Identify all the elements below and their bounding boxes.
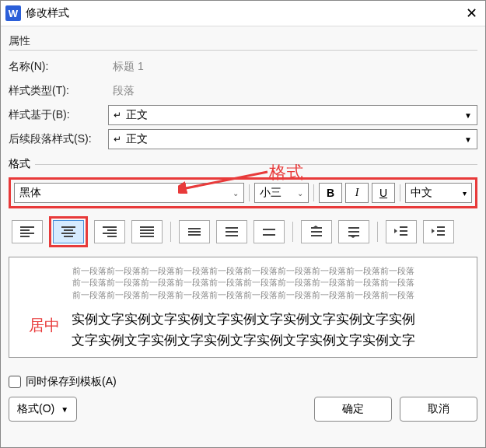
line-spacing-icon	[226, 227, 238, 236]
align-center-button[interactable]	[53, 220, 84, 243]
paragraph-spacing-icon	[346, 225, 362, 239]
font-name-select[interactable]: 黑体 ⌄	[14, 183, 244, 203]
indent-decrease-button[interactable]	[386, 220, 417, 243]
font-name-value: 黑体	[19, 186, 41, 200]
next-style-select[interactable]: ↵ 正文 ▼	[108, 129, 477, 149]
align-right-button[interactable]	[94, 220, 125, 243]
section-format-label: 格式	[9, 157, 30, 171]
preview-sample-line: 文字实例文字实例文字实例文字实例文字实例文字实例文字	[20, 330, 466, 351]
section-format-header: 格式	[9, 157, 477, 171]
app-icon: W	[5, 5, 21, 21]
chevron-down-icon: ⌄	[297, 189, 303, 198]
divider	[9, 50, 477, 51]
cancel-button[interactable]: 取消	[400, 397, 477, 422]
return-icon: ↵	[114, 110, 121, 121]
save-template-row: 同时保存到模板(A)	[9, 375, 477, 389]
name-label: 名称(N):	[9, 60, 108, 74]
language-select[interactable]: 中文 ▾	[405, 183, 472, 203]
chevron-down-icon: ▼	[464, 135, 472, 144]
type-label: 样式类型(T):	[9, 84, 108, 98]
align-right-icon	[103, 226, 117, 237]
dialog-title: 修改样式	[26, 6, 457, 20]
preview-area: 前一段落前一段落前一段落前一段落前一段落前一段落前一段落前一段落前一段落前一段落…	[9, 257, 477, 358]
chevron-down-icon: ▼	[61, 405, 68, 414]
next-style-value: 正文	[126, 132, 148, 146]
bold-button[interactable]: B	[319, 183, 342, 203]
align-left-icon	[20, 226, 34, 237]
line-spacing-2-button[interactable]	[253, 220, 285, 243]
align-center-icon	[61, 226, 75, 237]
font-size-value: 小三	[260, 186, 281, 200]
ok-button[interactable]: 确定	[314, 397, 392, 422]
align-justify-icon	[140, 226, 154, 237]
row-next-style: 后续段落样式(S): ↵ 正文 ▼	[9, 129, 477, 149]
based-on-select[interactable]: ↵ 正文 ▼	[108, 105, 477, 125]
format-menu-label: 格式(O)	[17, 402, 54, 416]
close-button[interactable]: ✕	[462, 4, 481, 23]
preview-context-line: 前一段落前一段落前一段落前一段落前一段落前一段落前一段落前一段落前一段落前一段落	[20, 265, 466, 277]
return-icon: ↵	[114, 134, 121, 145]
format-toolbar-row2	[9, 215, 477, 249]
divider	[170, 222, 171, 242]
save-template-label: 同时保存到模板(A)	[26, 375, 117, 389]
line-spacing-15-button[interactable]	[216, 220, 247, 243]
divider	[400, 184, 400, 201]
indent-increase-icon	[431, 225, 446, 239]
annotation-center-highlight	[49, 216, 88, 247]
chevron-down-icon: ▾	[463, 189, 467, 198]
name-value: 标题 1	[108, 57, 477, 77]
font-size-select[interactable]: 小三 ⌄	[254, 183, 309, 203]
align-left-button[interactable]	[12, 220, 43, 243]
line-spacing-1-button[interactable]	[179, 220, 210, 243]
based-on-value: 正文	[126, 108, 148, 122]
row-name: 名称(N): 标题 1	[9, 57, 477, 77]
underline-button[interactable]: U	[372, 183, 395, 203]
space-before-decrease-button[interactable]	[338, 220, 369, 243]
biu-group: B I U	[319, 183, 395, 203]
modify-style-dialog: W 修改样式 ✕ 属性 名称(N): 标题 1 样式类型(T): 段落 样式基于…	[0, 0, 486, 448]
line-spacing-icon	[188, 228, 201, 236]
preview-context-line: 前一段落前一段落前一段落前一段落前一段落前一段落前一段落前一段落前一段落前一段落	[20, 289, 466, 301]
indent-increase-button[interactable]	[423, 220, 454, 243]
divider	[35, 164, 477, 165]
italic-button[interactable]: I	[345, 183, 369, 203]
divider	[249, 184, 250, 201]
chevron-down-icon: ▼	[464, 111, 472, 120]
row-based-on: 样式基于(B): ↵ 正文 ▼	[9, 105, 477, 125]
indent-decrease-icon	[393, 225, 409, 239]
divider	[377, 222, 378, 242]
row-type: 样式类型(T): 段落	[9, 81, 477, 101]
divider	[313, 184, 314, 201]
based-on-label: 样式基于(B):	[9, 108, 108, 122]
divider	[292, 222, 293, 242]
format-toolbar-row1: 黑体 ⌄ 小三 ⌄ B I U 中文 ▾	[9, 177, 477, 208]
title-bar: W 修改样式 ✕	[1, 1, 485, 26]
section-properties-label: 属性	[9, 34, 477, 48]
space-before-increase-button[interactable]	[301, 220, 332, 243]
align-justify-button[interactable]	[131, 220, 163, 243]
next-style-label: 后续段落样式(S):	[9, 132, 108, 146]
format-menu-button[interactable]: 格式(O) ▼	[9, 397, 77, 422]
preview-sample-line: 实例文字实例文字实例文字实例文字实例文字实例文字实例	[20, 309, 466, 330]
language-value: 中文	[411, 186, 432, 200]
paragraph-spacing-icon	[309, 225, 324, 239]
line-spacing-icon	[263, 229, 275, 236]
button-bar: 格式(O) ▼ 确定 取消	[9, 397, 477, 422]
type-value: 段落	[108, 81, 477, 101]
save-template-checkbox[interactable]	[9, 376, 21, 388]
preview-context-line: 前一段落前一段落前一段落前一段落前一段落前一段落前一段落前一段落前一段落前一段落	[20, 277, 466, 289]
dialog-body: 属性 名称(N): 标题 1 样式类型(T): 段落 样式基于(B): ↵ 正文…	[1, 26, 485, 428]
chevron-down-icon: ⌄	[233, 189, 239, 198]
